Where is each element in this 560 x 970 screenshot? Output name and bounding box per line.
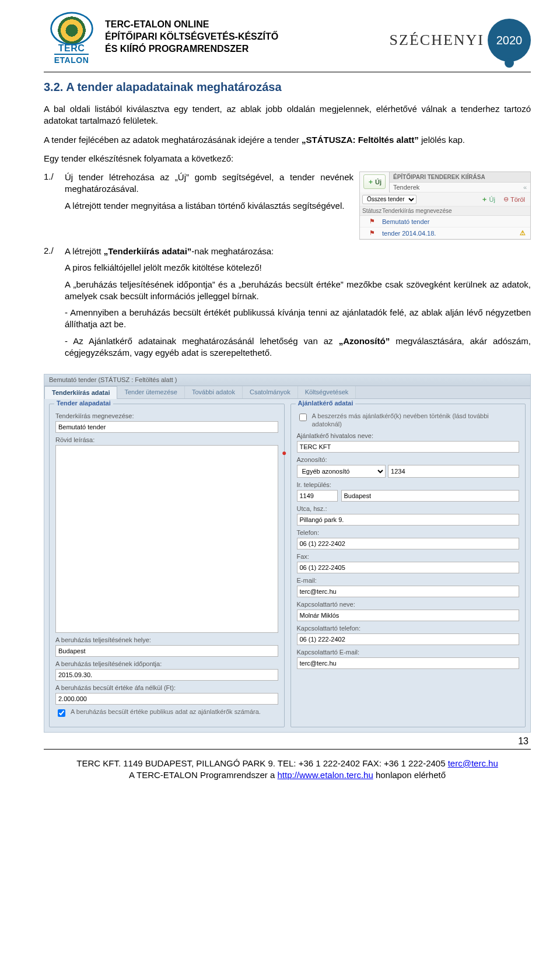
mini-new-button[interactable]: ＋ Új [363, 174, 386, 189]
logo-image [48, 10, 95, 47]
doc-header: TERC ETALON TERC-ETALON ONLINE ÉPÍTŐIPAR… [44, 10, 531, 65]
para-status-post: jelölés kap. [419, 135, 465, 145]
mini-col-status: Státusz [362, 208, 382, 214]
tender-list-panel: ＋ Új ÉPÍTŐIPARI TENDEREK KIÍRÁSA Tendere… [359, 171, 531, 240]
para-intro: A bal oldali listából kiválasztva egy te… [44, 103, 531, 127]
collapse-icon[interactable]: « [523, 184, 527, 191]
mini-row-name: tender 2014.04.18. [382, 230, 517, 237]
doc-title-l1: TERC-ETALON ONLINE [105, 19, 390, 31]
list-2-d: - Amennyiben a beruházás becsült értékét… [65, 307, 531, 331]
footer: TERC KFT. 1149 BUDAPEST, PILLANGÓ PARK 9… [44, 758, 531, 782]
mini-row[interactable]: ⚑ tender 2014.04.18. ⚠ [360, 227, 530, 239]
lbl-desc: Rövid leírása: [55, 436, 278, 443]
mini-toolbar: Összes tender ＋Új ⊖Töröl [360, 192, 530, 206]
input-desc-wrap: ● [55, 445, 278, 633]
fieldset-ajanlatkero: Ajánlatkérő adatai A beszerzés más ajánl… [290, 404, 526, 727]
window-titlebar: Bemutató tender (STÁTUSZ : Feltöltés ala… [44, 374, 530, 386]
input-value[interactable] [55, 693, 278, 705]
doc-title-l2: ÉPÍTŐIPARI KÖLTSÉGVETÉS-KÉSZÍTŐ [105, 31, 390, 43]
szechenyi-text: SZÉCHENYI [390, 31, 484, 49]
chk-other-buyer[interactable] [299, 414, 307, 421]
input-date[interactable] [55, 669, 278, 681]
mini-sub-label: Tenderek [393, 184, 419, 191]
lbl-official: Ajánlatkérő hivatalos neve: [297, 432, 520, 439]
para-process: Egy tender elkészítésnek folyamata a köv… [44, 153, 531, 164]
lbl-ctel: Kapcsolattartó telefon: [297, 625, 520, 632]
input-official[interactable] [297, 441, 520, 453]
input-fax[interactable] [297, 562, 520, 573]
list-2-a: A létrejött „Tenderkiírás adatai”-nak me… [65, 246, 531, 257]
list-num-2: 2./ [44, 246, 65, 255]
tender-form-window: Bemutató tender (STÁTUSZ : Feltöltés ala… [44, 374, 531, 733]
mini-uj-link[interactable]: ＋Új [478, 194, 498, 204]
input-city[interactable] [341, 490, 520, 502]
mini-panel-sub: Tenderek « [390, 183, 530, 192]
tab-tenderkiiras[interactable]: Tenderkiírás adatai [44, 386, 117, 399]
mini-del-link[interactable]: ⊖Töröl [501, 195, 528, 204]
mini-grid-header: Státusz Tenderkiírás megnevezése [360, 206, 530, 216]
tab-tovabbi[interactable]: További adatok [185, 386, 243, 398]
footer-divider [44, 749, 531, 750]
list-2-e: - Az Ajánlatkérő adatainak meghatározásá… [65, 335, 531, 359]
mini-row-name: Bemutató tender [382, 218, 517, 225]
page-number: 13 [44, 736, 528, 747]
list-item-1: 1./ Új tender létrehozása az „Új” gomb s… [44, 171, 531, 240]
szechenyi-year-badge: 2020 [488, 19, 531, 62]
chk-other-row: A beszerzés más ajánlatkérő(k) nevében t… [297, 412, 520, 429]
footer-line-2: A TERC-ETALON Programrendszer a http://w… [44, 769, 531, 781]
lbl-place: A beruházás teljesítésének helye: [55, 636, 278, 643]
logo-block: TERC ETALON [44, 10, 99, 65]
list-2-b: A piros felkiáltójellel jelölt mezők kit… [65, 262, 531, 274]
list-item-2: 2./ A létrejött „Tenderkiírás adatai”-na… [44, 246, 531, 363]
para-status: A tender fejlécében az adatok meghatároz… [44, 134, 531, 146]
list-1-text-b: A létrejött tender megnyitása a listában… [65, 200, 354, 212]
input-tender-name[interactable] [55, 421, 278, 433]
list-2-c: A „beruházás teljesítésének időpontja” é… [65, 279, 531, 303]
lbl-name: Tenderkiírás megnevezése: [55, 412, 278, 419]
chk-publikus-row: A beruházás becsült értéke publikus adat… [55, 708, 278, 719]
input-contact[interactable] [297, 610, 520, 621]
list-num-1: 1./ [44, 171, 65, 181]
lbl-id: Azonosító: [297, 456, 520, 463]
para-status-pre: A tender fejlécében az adatok meghatároz… [44, 135, 302, 145]
lbl-contact: Kapcsolattartó neve: [297, 601, 520, 608]
tab-utemezes[interactable]: Tender ütemezése [117, 386, 185, 398]
lbl-date: A beruházás teljesítésének időpontja: [55, 660, 278, 667]
input-zip[interactable] [297, 490, 338, 502]
doc-title-l3: ÉS KIÍRÓ PROGRAMRENDSZER [105, 43, 390, 55]
tab-csatolmanyok[interactable]: Csatolmányok [243, 386, 298, 398]
tab-koltsegvetesek[interactable]: Költségvetések [298, 386, 356, 398]
mini-new-label: Új [375, 178, 382, 185]
section-title: 3.2. A tender alapadatainak meghatározás… [44, 80, 531, 94]
numbered-list: 1./ Új tender létrehozása az „Új” gomb s… [44, 171, 531, 363]
required-icon: ● [282, 448, 286, 457]
legend-right: Ajánlatkérő adatai [296, 400, 356, 407]
lbl-fax: Fax: [297, 553, 520, 560]
input-street[interactable] [297, 514, 520, 526]
footer-email-link[interactable]: terc@terc.hu [448, 758, 498, 768]
input-desc[interactable] [56, 446, 278, 632]
input-email[interactable] [297, 586, 520, 597]
chk-publikus[interactable] [58, 709, 65, 717]
input-id-value[interactable] [388, 465, 519, 478]
footer-line-1: TERC KFT. 1149 BUDAPEST, PILLANGÓ PARK 9… [44, 758, 531, 769]
chk-publikus-label: A beruházás becsült értéke publikus adat… [71, 708, 261, 716]
footer-url-link[interactable]: http://www.etalon.terc.hu [277, 770, 373, 780]
chk-other-label: A beszerzés más ajánlatkérő(k) nevében t… [312, 412, 520, 429]
lbl-cemail: Kapcsolattartó E-mail: [297, 649, 520, 656]
select-id-type[interactable]: Egyéb azonosító [297, 465, 386, 478]
mini-filter-select[interactable]: Összes tender [362, 195, 416, 204]
legend-left: Tender alapadatai [54, 400, 113, 407]
header-divider [44, 72, 531, 72]
delete-icon: ⊖ [503, 195, 509, 203]
input-cemail[interactable] [297, 657, 520, 669]
logo-etalon: ETALON [54, 54, 89, 65]
input-place[interactable] [55, 645, 278, 657]
plus-icon: ＋ [368, 177, 374, 186]
input-tel[interactable] [297, 538, 520, 549]
plus-icon: ＋ [481, 195, 488, 204]
warning-icon: ⚠ [520, 229, 526, 236]
input-ctel[interactable] [297, 633, 520, 645]
mini-row[interactable]: ⚑ Bemutató tender [360, 216, 530, 227]
lbl-street: Utca, hsz.: [297, 505, 520, 512]
